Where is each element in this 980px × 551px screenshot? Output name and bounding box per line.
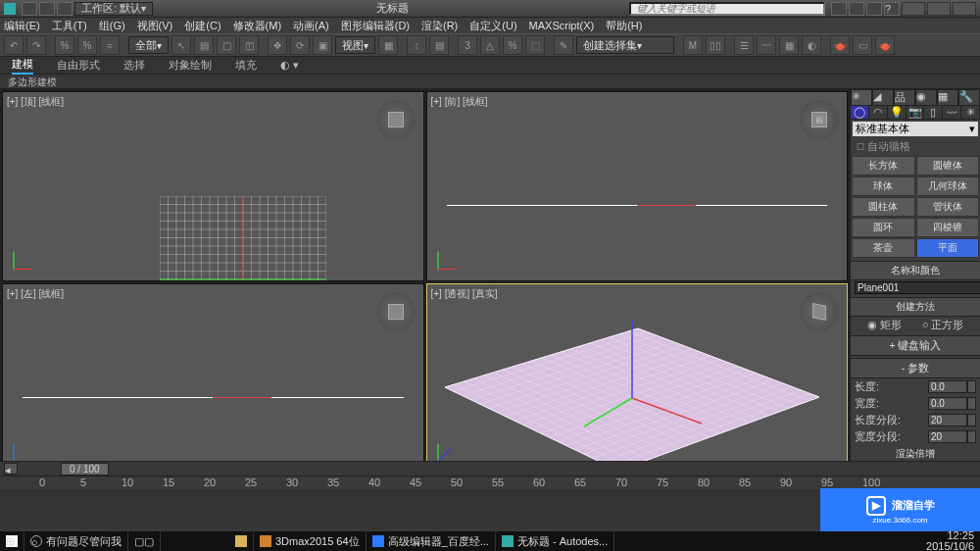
window-crossing-icon[interactable]: ◫ <box>239 35 259 55</box>
viewport-top-label[interactable]: [+] [顶] [线框] <box>7 95 64 109</box>
modify-panel-tab-icon[interactable]: ◢ <box>872 89 894 106</box>
menu-maxscript[interactable]: MAXScript(X) <box>529 20 595 31</box>
spinner-arrows-icon[interactable] <box>967 430 976 443</box>
schematic-icon[interactable]: ▦ <box>779 35 799 55</box>
name-color-rollout[interactable]: 名称和颜色 <box>851 261 980 280</box>
viewport-left-label[interactable]: [+] [左] [线框] <box>7 287 64 301</box>
explorer-taskbar-icon[interactable] <box>229 531 254 551</box>
spacewarps-category-icon[interactable]: 〰 <box>943 106 961 119</box>
length-segs-spinner[interactable] <box>928 414 967 426</box>
taskbar-clock[interactable]: 12:25 2015/10/6 <box>920 530 980 551</box>
minimize-button[interactable] <box>902 2 925 16</box>
tab-more-icon[interactable]: ◐ ▾ <box>280 59 299 72</box>
menu-group[interactable]: 组(G) <box>99 19 125 33</box>
cortana-button[interactable]: ○有问题尽管问我 <box>24 531 128 551</box>
viewport-front-label[interactable]: [+] [前] [线框] <box>431 95 488 109</box>
prim-pyramid-button[interactable]: 四棱锥 <box>916 218 980 237</box>
prim-cylinder-button[interactable]: 圆柱体 <box>852 197 915 217</box>
display-panel-tab-icon[interactable]: ▦ <box>937 89 958 106</box>
selection-filter-dropdown[interactable]: 全部 ▾ <box>128 36 169 54</box>
prim-box-button[interactable]: 长方体 <box>852 156 915 175</box>
autogrid-checkbox[interactable]: ☐ 自动循格 <box>851 138 980 155</box>
prim-teapot-button[interactable]: 茶壶 <box>852 238 915 258</box>
taskbar-app-edge[interactable]: 高级编辑器_百度经... <box>367 531 496 551</box>
viewport-left[interactable]: [+] [左] [线框] <box>2 283 424 474</box>
angle-snap-icon[interactable]: △ <box>480 35 500 55</box>
manip-tool-icon[interactable]: ↕ <box>407 35 426 55</box>
time-ruler[interactable]: 0510152025303540455055606570758085909510… <box>0 476 980 489</box>
menu-animation[interactable]: 动画(A) <box>293 19 329 33</box>
menu-grapheditors[interactable]: 图形编辑器(D) <box>341 19 410 33</box>
signin-icon[interactable] <box>866 2 882 16</box>
menu-create[interactable]: 创建(C) <box>184 19 220 33</box>
geometry-category-icon[interactable]: ◯ <box>851 106 869 119</box>
parameters-rollout[interactable]: - 参数 <box>851 358 980 378</box>
redo-button[interactable] <box>57 2 73 16</box>
keyboard-entry-rollout[interactable]: + 键盘输入 <box>851 335 980 356</box>
viewport-perspective[interactable]: [+] [透视] [真实] <box>426 283 849 474</box>
width-spinner[interactable] <box>928 397 967 410</box>
create-method-rollout[interactable]: 创建方法 <box>851 297 980 317</box>
tab-selection[interactable]: 选择 <box>123 58 145 73</box>
method-rect-radio[interactable]: ◉ 矩形 <box>867 318 902 332</box>
keyboard-shortcut-icon[interactable]: ▤ <box>429 35 449 55</box>
select-tool-icon[interactable]: ↖ <box>172 35 191 55</box>
move-tool-icon[interactable]: ✥ <box>268 35 287 55</box>
layers-icon[interactable]: ☰ <box>734 35 754 55</box>
bind-tool-icon[interactable]: ≈ <box>100 35 120 55</box>
snap-toggle-icon[interactable]: 3 <box>458 35 477 55</box>
menu-edit[interactable]: 编辑(E) <box>4 19 40 33</box>
menu-tools[interactable]: 工具(T) <box>52 19 87 33</box>
material-editor-icon[interactable]: ◐ <box>802 35 821 55</box>
task-view-button[interactable]: ▢▢ <box>128 531 161 551</box>
systems-category-icon[interactable]: ✳ <box>961 106 980 119</box>
prim-cone-button[interactable]: 圆锥体 <box>916 156 980 175</box>
viewport-front[interactable]: [+] [前] [线框] 前 <box>426 91 849 281</box>
primitive-type-dropdown[interactable]: 标准基本体▾ <box>853 122 978 136</box>
method-square-radio[interactable]: ○ 正方形 <box>922 318 964 332</box>
pivot-icon[interactable]: ▦ <box>378 35 398 55</box>
mirror-tool-icon[interactable]: M <box>683 35 703 55</box>
prim-plane-button[interactable]: 平面 <box>916 238 980 258</box>
time-slider-handle[interactable]: 0 / 100 <box>61 463 109 476</box>
taskbar-app-untitled[interactable]: 无标题 - Autodes... <box>496 531 614 551</box>
start-button[interactable]: ⊞ <box>0 531 24 551</box>
unlink-tool-icon[interactable]: % <box>77 35 97 55</box>
spinner-arrows-icon[interactable] <box>967 397 976 410</box>
spinner-arrows-icon[interactable] <box>967 380 976 393</box>
rotate-tool-icon[interactable]: ⟳ <box>290 35 310 55</box>
utilities-panel-tab-icon[interactable]: 🔧 <box>958 89 980 106</box>
motion-panel-tab-icon[interactable]: ◉ <box>915 89 937 106</box>
scale-tool-icon[interactable]: ▣ <box>313 35 332 55</box>
taskbar-app-3dsmax[interactable]: 3Dmax2015 64位 <box>254 531 367 551</box>
create-panel-tab-icon[interactable]: ✳ <box>851 89 872 106</box>
workspace-dropdown[interactable]: 工作区: 默认 ▾ <box>74 2 153 16</box>
undo-button[interactable] <box>39 2 55 16</box>
maximize-button[interactable] <box>927 2 951 16</box>
spinner-snap-icon[interactable]: ⬚ <box>525 35 545 55</box>
tab-modeling[interactable]: 建模 <box>12 57 33 75</box>
align-tool-icon[interactable]: ▯▯ <box>706 35 725 55</box>
prim-sphere-button[interactable]: 球体 <box>852 176 915 196</box>
prim-tube-button[interactable]: 管状体 <box>916 197 980 217</box>
object-name-input[interactable] <box>855 281 980 294</box>
render-frame-icon[interactable]: ▭ <box>853 35 872 55</box>
app-menu-button[interactable] <box>22 2 37 16</box>
menu-customize[interactable]: 自定义(U) <box>469 19 516 33</box>
menu-modifiers[interactable]: 修改器(M) <box>233 19 282 33</box>
named-selection-dropdown[interactable]: 创建选择集 ▾ <box>576 36 674 54</box>
timeslider-left-icon[interactable]: ◂ <box>4 463 18 475</box>
viewport-persp-label[interactable]: [+] [透视] [真实] <box>431 287 498 301</box>
tab-objectpaint[interactable]: 对象绘制 <box>169 58 212 73</box>
select-name-icon[interactable]: ▤ <box>194 35 214 55</box>
render-icon[interactable]: 🫖 <box>875 35 895 55</box>
tab-freeform[interactable]: 自由形式 <box>57 58 100 73</box>
hierarchy-panel-tab-icon[interactable]: 品 <box>894 89 915 106</box>
tab-populate[interactable]: 填充 <box>235 58 257 73</box>
time-slider[interactable]: ◂ 0 / 100 <box>0 462 980 476</box>
select-region-icon[interactable]: ▢ <box>217 35 236 55</box>
percent-snap-icon[interactable]: % <box>503 35 522 55</box>
ref-coord-dropdown[interactable]: 视图 ▾ <box>335 36 375 54</box>
shapes-category-icon[interactable]: ◠ <box>869 106 888 119</box>
menu-help[interactable]: 帮助(H) <box>606 19 642 33</box>
